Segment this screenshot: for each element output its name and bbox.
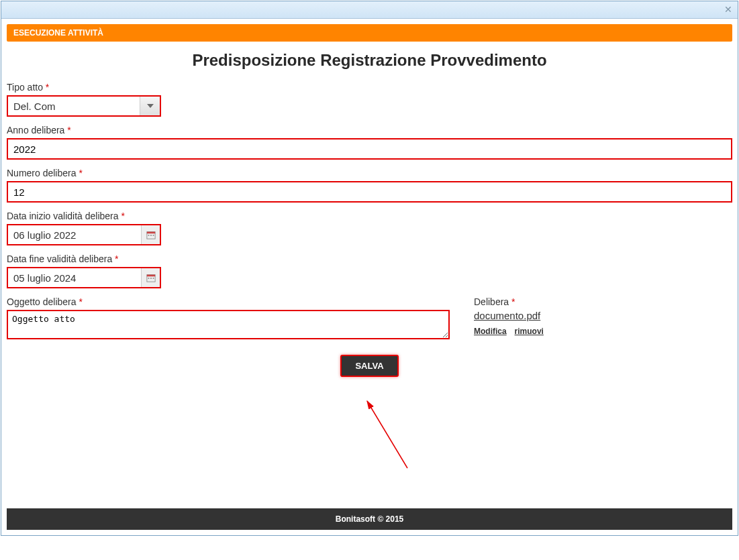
delibera-file-actions: Modifica rimuovi	[474, 325, 732, 336]
modify-link[interactable]: Modifica	[474, 327, 507, 336]
row-oggetto-delibera: Oggetto delibera * Delibera * documento.…	[7, 296, 732, 341]
calendar-icon[interactable]	[141, 268, 160, 287]
svg-rect-8	[150, 278, 152, 279]
close-icon[interactable]: ✕	[724, 4, 732, 15]
anno-delibera-input[interactable]	[7, 138, 732, 160]
svg-rect-9	[152, 278, 154, 279]
tipo-atto-value: Del. Com	[8, 97, 140, 115]
svg-rect-6	[146, 275, 154, 277]
calendar-icon[interactable]	[141, 225, 160, 244]
svg-rect-3	[150, 235, 152, 236]
tipo-atto-select[interactable]: Del. Com	[7, 95, 161, 117]
save-row: SALVA	[7, 355, 732, 377]
data-fine-value: 05 luglio 2024	[8, 268, 141, 287]
label-anno-delibera: Anno delibera *	[7, 125, 732, 135]
footer: Bonitasoft © 2015	[7, 508, 732, 530]
page-title: Predisposizione Registrazione Provvedime…	[7, 51, 732, 70]
remove-link[interactable]: rimuovi	[515, 327, 544, 336]
data-inizio-value: 06 luglio 2022	[8, 225, 141, 244]
field-oggetto: Oggetto delibera *	[7, 296, 450, 341]
field-data-fine: Data fine validità delibera * 05 luglio …	[7, 254, 732, 288]
data-fine-input[interactable]: 05 luglio 2024	[7, 267, 161, 288]
field-tipo-atto: Tipo atto * Del. Com	[7, 82, 732, 117]
svg-line-10	[367, 401, 407, 468]
chevron-down-icon[interactable]	[140, 97, 160, 115]
save-button[interactable]: SALVA	[340, 355, 398, 377]
field-delibera-file: Delibera * documento.pdf Modifica rimuov…	[474, 296, 732, 336]
field-data-inizio: Data inizio validità delibera * 06 lugli…	[7, 211, 732, 245]
svg-rect-7	[148, 278, 149, 279]
dialog-content: ESECUZIONE ATTIVITÀ Predisposizione Regi…	[1, 19, 738, 535]
oggetto-textarea[interactable]	[7, 310, 450, 339]
numero-delibera-input[interactable]	[7, 181, 732, 203]
svg-rect-2	[148, 235, 149, 236]
field-numero-delibera: Numero delibera *	[7, 168, 732, 203]
dialog-titlebar: ✕	[1, 1, 738, 19]
label-delibera: Delibera *	[474, 296, 732, 307]
section-header: ESECUZIONE ATTIVITÀ	[7, 24, 732, 42]
delibera-file-link[interactable]: documento.pdf	[474, 310, 540, 321]
svg-rect-4	[152, 235, 154, 236]
label-tipo-atto: Tipo atto *	[7, 82, 732, 93]
label-data-inizio: Data inizio validità delibera *	[7, 211, 732, 221]
annotation-arrow	[344, 394, 424, 475]
data-inizio-input[interactable]: 06 luglio 2022	[7, 224, 161, 245]
dialog-window: ✕ ESECUZIONE ATTIVITÀ Predisposizione Re…	[1, 1, 738, 536]
field-anno-delibera: Anno delibera *	[7, 125, 732, 160]
label-oggetto: Oggetto delibera *	[7, 296, 450, 307]
svg-rect-1	[146, 232, 154, 234]
label-data-fine: Data fine validità delibera *	[7, 254, 732, 264]
label-numero-delibera: Numero delibera *	[7, 168, 732, 178]
